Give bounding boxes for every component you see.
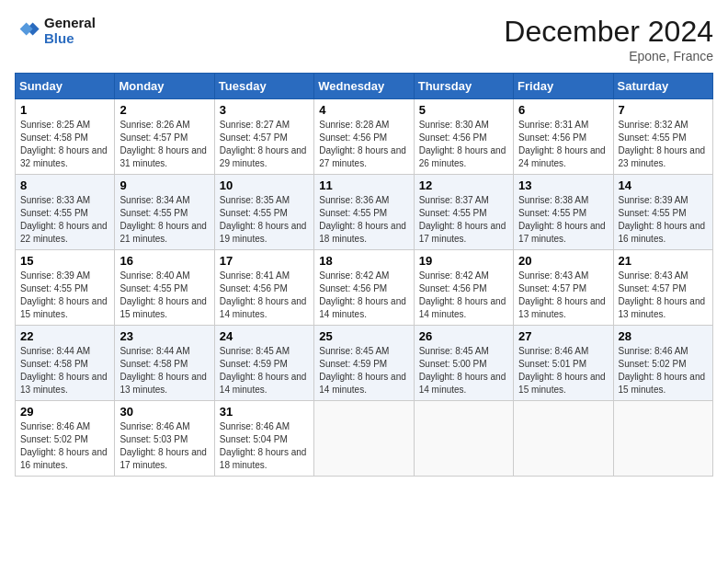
calendar-cell: 6 Sunrise: 8:31 AM Sunset: 4:56 PM Dayli… — [514, 99, 613, 175]
day-number: 24 — [220, 329, 309, 343]
calendar-cell: 16 Sunrise: 8:40 AM Sunset: 4:55 PM Dayl… — [115, 250, 214, 326]
calendar-header-sunday: Sunday — [16, 74, 115, 99]
day-info: Sunrise: 8:46 AM Sunset: 5:01 PM Dayligh… — [518, 345, 608, 396]
day-info: Sunrise: 8:33 AM Sunset: 4:55 PM Dayligh… — [20, 194, 109, 246]
logo: General Blue — [15, 15, 96, 46]
day-info: Sunrise: 8:40 AM Sunset: 4:55 PM Dayligh… — [119, 270, 209, 321]
calendar-cell: 22 Sunrise: 8:44 AM Sunset: 4:58 PM Dayl… — [16, 326, 115, 401]
day-info: Sunrise: 8:44 AM Sunset: 4:58 PM Dayligh… — [20, 345, 109, 396]
day-info: Sunrise: 8:46 AM Sunset: 5:02 PM Dayligh… — [20, 420, 109, 472]
calendar-cell: 25 Sunrise: 8:45 AM Sunset: 4:59 PM Dayl… — [314, 326, 414, 401]
day-info: Sunrise: 8:30 AM Sunset: 4:56 PM Dayligh… — [419, 119, 508, 170]
day-number: 5 — [419, 103, 508, 117]
day-number: 25 — [319, 329, 408, 343]
day-number: 20 — [518, 254, 608, 268]
calendar-header-monday: Monday — [115, 74, 214, 99]
calendar-cell: 18 Sunrise: 8:42 AM Sunset: 4:56 PM Dayl… — [314, 250, 414, 326]
calendar-cell: 27 Sunrise: 8:46 AM Sunset: 5:01 PM Dayl… — [514, 326, 613, 401]
day-info: Sunrise: 8:41 AM Sunset: 4:56 PM Dayligh… — [220, 270, 309, 321]
calendar-cell: 26 Sunrise: 8:45 AM Sunset: 5:00 PM Dayl… — [414, 326, 513, 401]
day-info: Sunrise: 8:43 AM Sunset: 4:57 PM Dayligh… — [619, 270, 708, 321]
day-info: Sunrise: 8:46 AM Sunset: 5:03 PM Dayligh… — [119, 420, 209, 472]
day-number: 27 — [518, 329, 608, 343]
calendar-week-row: 22 Sunrise: 8:44 AM Sunset: 4:58 PM Dayl… — [16, 326, 713, 401]
calendar-cell: 12 Sunrise: 8:37 AM Sunset: 4:55 PM Dayl… — [414, 175, 513, 250]
page-header: General Blue December 2024 Epone, France — [15, 15, 713, 63]
calendar-cell — [314, 401, 414, 477]
day-number: 23 — [119, 329, 209, 343]
day-number: 11 — [319, 178, 408, 192]
calendar-week-row: 29 Sunrise: 8:46 AM Sunset: 5:02 PM Dayl… — [16, 401, 713, 477]
day-number: 18 — [319, 254, 408, 268]
calendar-cell: 24 Sunrise: 8:45 AM Sunset: 4:59 PM Dayl… — [214, 326, 313, 401]
calendar-cell: 30 Sunrise: 8:46 AM Sunset: 5:03 PM Dayl… — [115, 401, 214, 477]
day-info: Sunrise: 8:31 AM Sunset: 4:56 PM Dayligh… — [518, 119, 608, 170]
calendar-cell: 3 Sunrise: 8:27 AM Sunset: 4:57 PM Dayli… — [214, 99, 313, 175]
calendar-week-row: 8 Sunrise: 8:33 AM Sunset: 4:55 PM Dayli… — [16, 175, 713, 250]
day-info: Sunrise: 8:35 AM Sunset: 4:55 PM Dayligh… — [220, 194, 309, 246]
day-info: Sunrise: 8:45 AM Sunset: 5:00 PM Dayligh… — [419, 345, 508, 396]
calendar-cell: 13 Sunrise: 8:38 AM Sunset: 4:55 PM Dayl… — [514, 175, 613, 250]
day-number: 2 — [119, 103, 209, 117]
day-info: Sunrise: 8:44 AM Sunset: 4:58 PM Dayligh… — [119, 345, 209, 396]
calendar-cell: 11 Sunrise: 8:36 AM Sunset: 4:55 PM Dayl… — [314, 175, 414, 250]
calendar-cell: 31 Sunrise: 8:46 AM Sunset: 5:04 PM Dayl… — [214, 401, 313, 477]
calendar-cell: 4 Sunrise: 8:28 AM Sunset: 4:56 PM Dayli… — [314, 99, 414, 175]
day-number: 13 — [518, 178, 608, 192]
calendar-cell — [514, 401, 613, 477]
day-info: Sunrise: 8:46 AM Sunset: 5:04 PM Dayligh… — [220, 420, 309, 472]
day-info: Sunrise: 8:34 AM Sunset: 4:55 PM Dayligh… — [119, 194, 209, 246]
calendar-cell: 7 Sunrise: 8:32 AM Sunset: 4:55 PM Dayli… — [613, 99, 712, 175]
day-number: 30 — [119, 405, 209, 419]
calendar-header-row: SundayMondayTuesdayWednesdayThursdayFrid… — [16, 74, 713, 99]
calendar-cell: 1 Sunrise: 8:25 AM Sunset: 4:58 PM Dayli… — [16, 99, 115, 175]
calendar-cell — [414, 401, 513, 477]
day-number: 19 — [419, 254, 508, 268]
calendar-header-saturday: Saturday — [613, 74, 712, 99]
day-info: Sunrise: 8:38 AM Sunset: 4:55 PM Dayligh… — [518, 194, 608, 246]
day-number: 22 — [20, 329, 109, 343]
day-number: 4 — [319, 103, 408, 117]
day-info: Sunrise: 8:37 AM Sunset: 4:55 PM Dayligh… — [419, 194, 508, 246]
day-number: 3 — [220, 103, 309, 117]
day-number: 16 — [119, 254, 209, 268]
calendar-cell: 21 Sunrise: 8:43 AM Sunset: 4:57 PM Dayl… — [613, 250, 712, 326]
day-info: Sunrise: 8:25 AM Sunset: 4:58 PM Dayligh… — [20, 119, 109, 170]
day-number: 7 — [619, 103, 708, 117]
day-info: Sunrise: 8:26 AM Sunset: 4:57 PM Dayligh… — [119, 119, 209, 170]
calendar-cell: 8 Sunrise: 8:33 AM Sunset: 4:55 PM Dayli… — [16, 175, 115, 250]
calendar-cell — [613, 401, 712, 477]
title-block: December 2024 Epone, France — [504, 15, 713, 63]
calendar-cell: 17 Sunrise: 8:41 AM Sunset: 4:56 PM Dayl… — [214, 250, 313, 326]
calendar-cell: 5 Sunrise: 8:30 AM Sunset: 4:56 PM Dayli… — [414, 99, 513, 175]
calendar-cell: 14 Sunrise: 8:39 AM Sunset: 4:55 PM Dayl… — [613, 175, 712, 250]
day-number: 8 — [20, 178, 109, 192]
calendar-cell: 9 Sunrise: 8:34 AM Sunset: 4:55 PM Dayli… — [115, 175, 214, 250]
day-number: 12 — [419, 178, 508, 192]
day-number: 6 — [518, 103, 608, 117]
calendar-cell: 20 Sunrise: 8:43 AM Sunset: 4:57 PM Dayl… — [514, 250, 613, 326]
calendar-cell: 28 Sunrise: 8:46 AM Sunset: 5:02 PM Dayl… — [613, 326, 712, 401]
day-number: 21 — [619, 254, 708, 268]
day-info: Sunrise: 8:32 AM Sunset: 4:55 PM Dayligh… — [619, 119, 708, 170]
day-number: 29 — [20, 405, 109, 419]
calendar-cell: 19 Sunrise: 8:42 AM Sunset: 4:56 PM Dayl… — [414, 250, 513, 326]
calendar-cell: 23 Sunrise: 8:44 AM Sunset: 4:58 PM Dayl… — [115, 326, 214, 401]
calendar-header-tuesday: Tuesday — [214, 74, 313, 99]
day-info: Sunrise: 8:39 AM Sunset: 4:55 PM Dayligh… — [20, 270, 109, 321]
calendar-table: SundayMondayTuesdayWednesdayThursdayFrid… — [15, 73, 713, 477]
day-number: 14 — [619, 178, 708, 192]
day-number: 31 — [220, 405, 309, 419]
day-number: 17 — [220, 254, 309, 268]
day-info: Sunrise: 8:46 AM Sunset: 5:02 PM Dayligh… — [619, 345, 708, 396]
day-info: Sunrise: 8:45 AM Sunset: 4:59 PM Dayligh… — [319, 345, 408, 396]
day-info: Sunrise: 8:28 AM Sunset: 4:56 PM Dayligh… — [319, 119, 408, 170]
day-info: Sunrise: 8:42 AM Sunset: 4:56 PM Dayligh… — [419, 270, 508, 321]
day-info: Sunrise: 8:36 AM Sunset: 4:55 PM Dayligh… — [319, 194, 408, 246]
logo-text: General Blue — [44, 15, 96, 46]
day-info: Sunrise: 8:39 AM Sunset: 4:55 PM Dayligh… — [619, 194, 708, 246]
day-number: 10 — [220, 178, 309, 192]
calendar-header-wednesday: Wednesday — [314, 74, 414, 99]
calendar-week-row: 15 Sunrise: 8:39 AM Sunset: 4:55 PM Dayl… — [16, 250, 713, 326]
day-number: 9 — [119, 178, 209, 192]
